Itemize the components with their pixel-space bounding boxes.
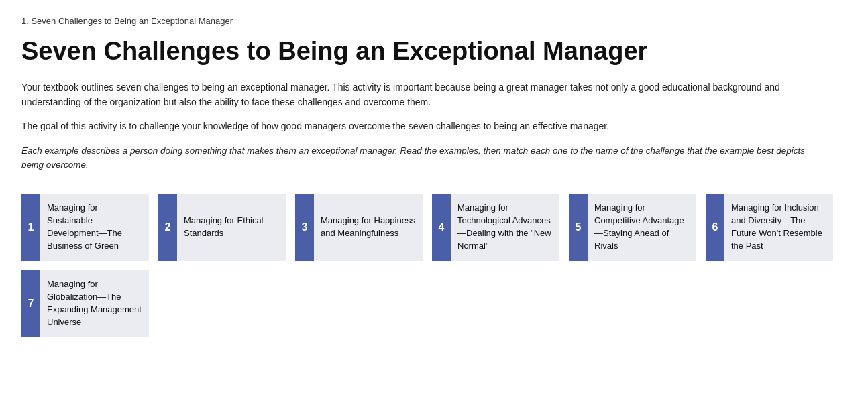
- challenge-card-4[interactable]: 4Managing for Technological Advances—Dea…: [432, 194, 559, 261]
- card-number-2: 2: [158, 194, 177, 261]
- card-label-7: Managing for Globalization—The Expanding…: [40, 270, 149, 337]
- card-number-3: 3: [295, 194, 314, 261]
- cards-section: 1Managing for Sustainable Development—Th…: [21, 194, 847, 337]
- challenge-card-6[interactable]: 6Managing for Inclusion and Diversity—Th…: [706, 194, 833, 261]
- challenge-card-1[interactable]: 1Managing for Sustainable Development—Th…: [21, 194, 149, 261]
- card-number-1: 1: [21, 194, 40, 261]
- goal-paragraph: The goal of this activity is to challeng…: [21, 119, 813, 133]
- card-label-1: Managing for Sustainable Development—The…: [40, 194, 149, 261]
- card-number-4: 4: [432, 194, 451, 261]
- intro-paragraph: Your textbook outlines seven challenges …: [21, 80, 813, 110]
- card-row-2: 7Managing for Globalization—The Expandin…: [21, 270, 847, 337]
- card-number-6: 6: [706, 194, 724, 261]
- card-label-3: Managing for Happiness and Meaningfulnes…: [314, 194, 423, 261]
- card-row-1: 1Managing for Sustainable Development—Th…: [21, 194, 847, 261]
- breadcrumb: 1. Seven Challenges to Being an Exceptio…: [21, 16, 847, 26]
- challenge-card-5[interactable]: 5Managing for Competitive Advantage—Stay…: [569, 194, 696, 261]
- page-title: Seven Challenges to Being an Exceptional…: [21, 37, 847, 66]
- card-number-5: 5: [569, 194, 588, 261]
- challenge-card-3[interactable]: 3Managing for Happiness and Meaningfulne…: [295, 194, 423, 261]
- challenge-card-2[interactable]: 2Managing for Ethical Standards: [158, 194, 286, 261]
- card-label-4: Managing for Technological Advances—Deal…: [451, 194, 559, 261]
- challenge-card-7[interactable]: 7Managing for Globalization—The Expandin…: [21, 270, 149, 337]
- card-number-7: 7: [21, 270, 40, 337]
- card-label-2: Managing for Ethical Standards: [177, 194, 286, 261]
- card-label-6: Managing for Inclusion and Diversity—The…: [724, 194, 833, 261]
- card-label-5: Managing for Competitive Advantage—Stayi…: [588, 194, 696, 261]
- instruction-paragraph: Each example describes a person doing so…: [21, 143, 813, 172]
